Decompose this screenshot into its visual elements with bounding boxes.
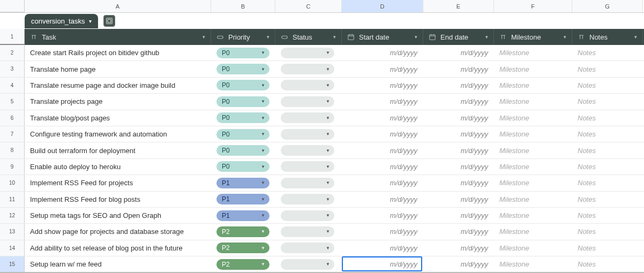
cell-status[interactable]: ▼ (275, 240, 342, 256)
status-chip[interactable]: ▼ (281, 161, 334, 172)
cell-priority[interactable]: P2▼ (211, 256, 275, 272)
cell-milestone[interactable]: Milestone (494, 110, 572, 126)
status-chip[interactable]: ▼ (281, 112, 334, 123)
column-header-F[interactable]: F (494, 0, 572, 12)
cell-status[interactable]: ▼ (275, 175, 342, 191)
cell-milestone[interactable]: Milestone (494, 240, 572, 256)
row-number[interactable]: 3 (0, 61, 25, 77)
cell-status[interactable]: ▼ (275, 192, 342, 207)
cell-status[interactable]: ▼ (275, 208, 342, 223)
cell-status[interactable]: ▼ (275, 45, 342, 60)
row-number[interactable]: 15 (0, 256, 25, 272)
cell-task[interactable]: Translate resume page and docker image b… (25, 78, 211, 93)
status-chip[interactable]: ▼ (281, 80, 334, 90)
priority-chip[interactable]: P2▼ (216, 259, 269, 270)
sheet-tab[interactable]: conversion_tasks ▾ (25, 14, 98, 28)
status-chip[interactable]: ▼ (281, 242, 334, 253)
status-chip[interactable]: ▼ (281, 194, 334, 204)
row-number[interactable]: 12 (0, 208, 25, 223)
cell-status[interactable]: ▼ (275, 110, 342, 126)
cell-task[interactable]: Setup learn w/ me feed (25, 256, 211, 272)
status-chip[interactable]: ▼ (281, 259, 334, 270)
cell-start-date[interactable]: m/d/yyyy (342, 256, 423, 272)
cell-milestone[interactable]: Milestone (494, 126, 572, 142)
cell-status[interactable]: ▼ (275, 61, 342, 77)
cell-task[interactable]: Translate projects page (25, 94, 211, 109)
header-milestone[interactable]: Milestone ▾ (494, 29, 572, 45)
cell-notes[interactable]: Notes (572, 224, 643, 239)
cell-task[interactable]: Create start Rails project on bitidev gi… (25, 45, 211, 60)
cell-milestone[interactable]: Milestone (494, 192, 572, 207)
column-header-C[interactable]: C (275, 0, 342, 12)
row-number[interactable]: 4 (0, 78, 25, 93)
cell-status[interactable]: ▼ (275, 78, 342, 93)
cell-priority[interactable]: P0▼ (211, 126, 275, 142)
cell-start-date[interactable]: m/d/yyyy (342, 110, 423, 126)
header-notes[interactable]: Notes ▾ (572, 29, 643, 45)
cell-task[interactable]: Implement RSS Feed for projects (25, 175, 211, 191)
cell-task[interactable]: Configure testing framework and automati… (25, 126, 211, 142)
column-header-D[interactable]: D (342, 0, 423, 12)
row-number[interactable]: 11 (0, 192, 25, 207)
cell-start-date[interactable]: m/d/yyyy (342, 224, 423, 239)
priority-chip[interactable]: P0▼ (216, 80, 269, 90)
cell-milestone[interactable]: Milestone (494, 175, 572, 191)
cell-end-date[interactable]: m/d/yyyy (423, 208, 494, 223)
status-chip[interactable]: ▼ (281, 210, 334, 221)
cell-start-date[interactable]: m/d/yyyy (342, 175, 423, 191)
cell-notes[interactable]: Notes (572, 78, 643, 93)
cell-start-date[interactable]: m/d/yyyy (342, 61, 423, 77)
cell-end-date[interactable]: m/d/yyyy (423, 126, 494, 142)
cell-end-date[interactable]: m/d/yyyy (423, 240, 494, 256)
cell-notes[interactable]: Notes (572, 45, 643, 60)
cell-task[interactable]: Add show page for projects and database … (25, 224, 211, 239)
row-number[interactable]: 13 (0, 224, 25, 239)
select-all-corner[interactable] (0, 0, 25, 12)
row-number[interactable]: 2 (0, 45, 25, 60)
cell-priority[interactable]: P1▼ (211, 208, 275, 223)
cell-notes[interactable]: Notes (572, 142, 643, 158)
header-end-date[interactable]: End date ▾ (423, 29, 494, 45)
priority-chip[interactable]: P0▼ (216, 64, 269, 74)
priority-chip[interactable]: P0▼ (216, 112, 269, 123)
priority-chip[interactable]: P1▼ (216, 178, 269, 188)
chevron-down-icon[interactable]: ▾ (564, 34, 566, 40)
cell-milestone[interactable]: Milestone (494, 208, 572, 223)
cell-priority[interactable]: P0▼ (211, 78, 275, 93)
cell-task[interactable]: Translate blog/post pages (25, 110, 211, 126)
cell-notes[interactable]: Notes (572, 175, 643, 191)
cell-notes[interactable]: Notes (572, 126, 643, 142)
chevron-down-icon[interactable]: ▾ (89, 18, 92, 24)
row-number[interactable]: 8 (0, 142, 25, 158)
cell-start-date[interactable]: m/d/yyyy (342, 94, 423, 109)
column-header-B[interactable]: B (211, 0, 275, 12)
cell-end-date[interactable]: m/d/yyyy (423, 78, 494, 93)
cell-priority[interactable]: P0▼ (211, 61, 275, 77)
chevron-down-icon[interactable]: ▾ (634, 34, 637, 40)
cell-priority[interactable]: P1▼ (211, 175, 275, 191)
cell-milestone[interactable]: Milestone (494, 61, 572, 77)
priority-chip[interactable]: P0▼ (216, 48, 269, 58)
row-number[interactable]: 10 (0, 175, 25, 191)
cell-priority[interactable]: P0▼ (211, 110, 275, 126)
status-chip[interactable]: ▼ (281, 226, 334, 237)
cell-milestone[interactable]: Milestone (494, 256, 572, 272)
cell-notes[interactable]: Notes (572, 110, 643, 126)
cell-task[interactable]: Translate home page (25, 61, 211, 77)
header-priority[interactable]: Priority ▾ (211, 29, 275, 45)
cell-milestone[interactable]: Milestone (494, 159, 572, 175)
cell-status[interactable]: ▼ (275, 142, 342, 158)
cell-status[interactable]: ▼ (275, 224, 342, 239)
column-header-G[interactable]: G (572, 0, 643, 12)
cell-notes[interactable]: Notes (572, 61, 643, 77)
cell-end-date[interactable]: m/d/yyyy (423, 45, 494, 60)
cell-priority[interactable]: P0▼ (211, 45, 275, 60)
status-chip[interactable]: ▼ (281, 48, 334, 58)
cell-status[interactable]: ▼ (275, 126, 342, 142)
cell-start-date[interactable]: m/d/yyyy (342, 159, 423, 175)
cell-task[interactable]: Implement RSS Feed for blog posts (25, 192, 211, 207)
cell-notes[interactable]: Notes (572, 256, 643, 272)
cell-start-date[interactable]: m/d/yyyy (342, 208, 423, 223)
cell-start-date[interactable]: m/d/yyyy (342, 126, 423, 142)
cell-notes[interactable]: Notes (572, 159, 643, 175)
